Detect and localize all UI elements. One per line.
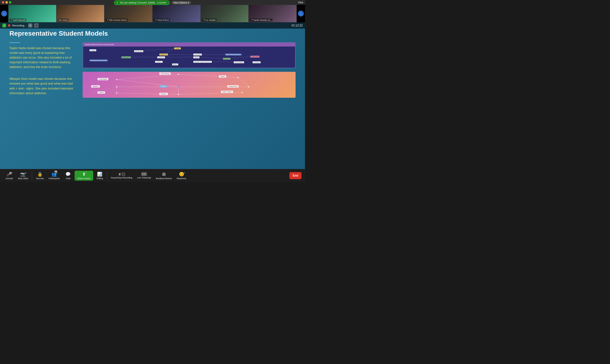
view-options-button[interactable]: View Options ▾ [172,1,191,4]
student-model-diagram-2: Thrill-Seeking Social Media Vaping Addic… [83,72,296,98]
unmute-chevron-icon[interactable]: ▲ [11,172,13,174]
minimize-button[interactable] [5,1,8,3]
share-screen-icon: ⬆ ▲ [82,172,86,177]
screen-share-notification: You are viewing Consuelo Juliette...'s s… [114,0,170,5]
slide-blue-divider [9,42,20,43]
end-meeting-button[interactable]: End [289,172,301,179]
reactions-label: Reactions [177,177,186,180]
video-chevron-icon[interactable]: ▲ [25,172,27,174]
slide-content: Taylor Harts model was chosen because th… [9,42,296,103]
node-alcohol: Alcohol [97,91,105,94]
node-behavior-reward: Behavior reward tolerance [193,61,212,63]
stop-video-button[interactable]: 📷 ▲ Stop Video [16,171,30,181]
node-getting-food: getting food [134,50,143,52]
svg-point-27 [178,93,179,95]
polling-icon: 📊 [97,172,102,177]
node-vaping: Vaping [219,75,226,78]
security-shield-icon: ✓ [2,24,6,27]
node-roller-coaster: Roller Coaster [221,91,233,93]
prev-participant-button[interactable]: ‹ [0,5,8,22]
chat-icon: 💬 [65,172,71,177]
node-pleasure: Pleasure [223,58,231,60]
svg-point-22 [237,77,239,78]
reactions-button[interactable]: 😊 ▲ Reactions [175,171,188,181]
mic-off-icon-liz: 🎤 [203,19,205,21]
stop-recording-button[interactable]: ⬛ [34,23,39,28]
screen-share-bar: You are viewing Consuelo Juliette...'s s… [114,0,191,5]
node-thanks: Thanks [174,47,181,49]
close-button[interactable] [2,1,4,3]
slide-text-block-2: Mikayla Voss model was chosen because sh… [9,77,76,96]
participants-chevron-icon[interactable]: ▲ [56,172,58,174]
participant-thumbnail-liz[interactable]: 🎤 Liz Josaitis [201,5,249,22]
svg-point-23 [116,86,117,87]
slide-title: Representative Student Models [9,29,296,38]
pause-recording-button[interactable]: ⏸ [28,23,32,28]
mic-off-icon-sarah: 🎤 [250,19,253,21]
node-thrill-seeking: Thrill-Seeking [159,72,171,75]
toolbar-divider-2 [107,171,107,180]
meeting-timer: 01:12:22 [292,24,303,27]
node-effects: effects [172,64,178,65]
participants-button[interactable]: 👥 60 ▲ Participants [47,171,62,181]
screen-share-status-dot [116,2,118,4]
chat-button[interactable]: 💬 Chat [63,171,73,181]
participant-thumbnail-alicia[interactable]: 🎤 Alicia Pierce [153,5,201,22]
share-chevron-icon[interactable]: ▲ [85,172,87,174]
live-transcript-button[interactable]: CC Live Transcript [135,171,153,180]
view-label[interactable]: View [298,1,303,4]
prev-arrow-icon: ‹ [1,11,7,16]
next-participant-button[interactable]: › [297,5,305,22]
node-activities: Activities [159,85,168,88]
node-social-signals: Social signals [234,61,244,63]
node-stimuli-to: stimuli to [155,61,163,63]
security-label: Security [36,177,44,180]
participant-thumbnail-teri[interactable]: Teri Jones [56,5,104,22]
stop-video-label: Stop Video [18,177,28,180]
node-sickness: Sickness [159,93,168,95]
microphone-icon: 🎤 ▲ [7,172,12,177]
node-nerve-cells: Nerve cells [250,56,260,58]
node-to-sleep: to sleep [90,49,96,51]
participant-name-alicia: 🎤 Alicia Pierce [154,19,170,22]
node-feeling-good: feeling good [121,56,131,58]
reactions-chevron-icon[interactable]: ▲ [183,172,185,174]
pause-stop-icon: ⏸⬛ [118,172,125,176]
svg-point-24 [178,86,179,87]
node-increases: increases [253,61,261,63]
participant-thumbnail-sarah[interactable]: 🎤 Sarah Keenan-Le... [248,5,297,22]
mic-off-icon-ella: 🎤 [106,19,109,21]
live-transcript-icon: CC [141,172,147,176]
diagram-2-connections [83,72,296,98]
participants-label: Participants [49,177,60,180]
participant-thumbnail-april[interactable]: 🎤 April Maxwell [8,5,56,22]
unmute-label: Unmute [5,177,13,180]
security-button[interactable]: 🔒 Security [34,171,46,181]
participant-thumbnail-ella[interactable]: 🎤 Ella Greene-Moton [104,5,153,22]
participant-strip: ‹ 🎤 April Maxwell Teri Jones 🎤 Ella Gree… [0,5,305,22]
breakout-rooms-label: Breakout Rooms [156,177,172,180]
pause-stop-recording-label: Pause/Stop Recording [111,177,132,179]
node-stimuli: Stimuli [193,56,199,58]
share-screen-label: Share Screen [78,177,91,180]
recording-bar: ✓ Recording... ⏸ ⬛ 01:12:22 [0,22,305,28]
participants-icon: 👥 60 ▲ [52,172,57,177]
node-oral-tools: oral tools [157,56,165,58]
participant-name-liz: 🎤 Liz Josaitis [202,19,217,22]
unmute-button[interactable]: 🎤 ▲ Unmute [3,171,15,181]
breakout-rooms-button[interactable]: ⊞ Breakout Rooms [154,171,174,181]
svg-line-12 [117,79,179,87]
slide-presentation: Representative Student Models Taylor Har… [0,22,305,169]
camera-icon: 📷 ▲ [20,172,26,177]
pause-stop-recording-button[interactable]: ⏸⬛ Pause/Stop Recording [109,171,134,180]
mic-off-icon-alicia: 🎤 [154,19,157,21]
share-screen-button[interactable]: ⬆ ▲ Share Screen [75,171,93,181]
bottom-toolbar: 🎤 ▲ Unmute 📷 ▲ Stop Video 🔒 Security 👥 6… [0,169,305,182]
node-connected: connected [193,53,202,55]
maximize-button[interactable] [9,1,11,3]
diagram-1-url: students.atharrisschools.org bookmarks [85,44,114,45]
traffic-lights [2,1,11,3]
diagram-1-header: students.atharrisschools.org bookmarks [83,43,295,47]
polling-button[interactable]: 📊 Polling [94,171,105,181]
participant-thumbnails: 🎤 April Maxwell Teri Jones 🎤 Ella Greene… [8,5,297,22]
